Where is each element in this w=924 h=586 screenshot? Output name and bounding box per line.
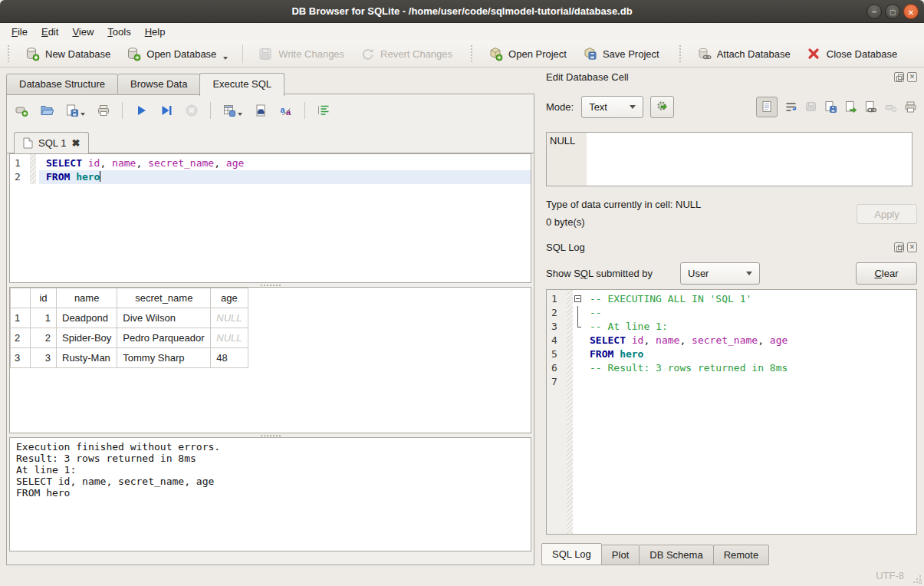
close-database-button[interactable]: Close Database [798,43,906,64]
fold-marker-icon[interactable] [573,292,583,306]
dock-float-icon[interactable] [894,242,904,252]
code-line[interactable]: 3-- At line 1: [547,320,916,334]
text-view-toggle[interactable] [756,97,778,117]
print-cell-button[interactable] [904,100,917,114]
cell-editor-icons [756,97,917,117]
menu-tools[interactable]: Tools [100,25,137,39]
code-line[interactable]: 7 [547,375,916,389]
dock-close-icon[interactable] [907,242,917,252]
code-line[interactable]: 1-- EXECUTING ALL IN 'SQL 1' [547,292,916,306]
resize-grip[interactable] [913,575,921,583]
print-sql-button[interactable] [97,104,110,117]
mode-combobox[interactable]: Text [581,96,643,118]
sql-log-view[interactable]: 1-- EXECUTING ALL IN 'SQL 1'2--3-- At li… [546,289,917,535]
new-sql-tab-button[interactable] [15,104,28,117]
dock-tab-db-schema[interactable]: DB Schema [639,545,713,565]
new-database-button[interactable]: New Database [17,43,118,64]
word-wrap-button[interactable] [784,100,797,114]
table-cell[interactable]: Deadpond [57,308,117,328]
titlebar[interactable]: DB Browser for SQLite - /home/user/code/… [0,0,924,23]
table-cell[interactable]: Spider-Boy [57,328,117,348]
table-cell[interactable]: 48 [211,348,248,368]
execute-all-button[interactable] [134,104,148,117]
stop-execution-button [185,104,199,117]
column-header[interactable]: id [31,288,57,308]
dock-float-icon[interactable] [894,72,904,82]
tab-database-structure[interactable]: Database Structure [6,74,118,95]
maximize-button[interactable] [885,4,900,19]
results-grid[interactable]: idnamesecret_nameage11DeadpondDive Wilso… [9,287,531,433]
find-button[interactable] [254,104,268,117]
column-header[interactable]: secret_name [117,288,211,308]
column-header[interactable]: name [57,288,117,308]
auto-apply-button[interactable] [650,96,674,118]
sql-editor[interactable]: 1SELECT id, name, secret_name, age2FROM … [9,153,531,283]
close-button[interactable] [903,4,919,19]
code-line[interactable]: 6-- Result: 3 rows returned in 8ms [547,361,916,375]
toolbar-handle[interactable] [471,45,475,62]
menu-view[interactable]: View [65,25,100,39]
fold-margin [30,170,36,184]
code-line[interactable]: 1SELECT id, name, secret_name, age [10,156,531,170]
open-project-button[interactable]: Open Project [480,43,574,64]
column-header[interactable]: age [211,288,248,308]
menu-file[interactable]: File [5,25,35,39]
format-sql-button[interactable] [317,104,330,117]
open-database-dropdown-icon[interactable] [223,57,228,60]
execution-message-text: Execution finished without errors. Resul… [16,441,524,499]
toolbar-handle[interactable] [8,45,12,62]
sql-editor-tab[interactable]: SQL 1 ✖ [14,132,89,153]
minimize-button[interactable] [866,4,882,19]
export-data-button[interactable] [844,100,857,114]
table-cell[interactable]: 3 [31,348,57,368]
attach-database-button[interactable]: Attach Database [689,43,798,64]
cell-editor-area[interactable]: NULL [546,132,912,186]
menu-edit[interactable]: Edit [35,25,65,39]
dock-tab-plot[interactable]: Plot [601,545,640,565]
dock-tab-remote[interactable]: Remote [713,545,770,565]
save-project-button[interactable]: Save Project [574,43,667,64]
code-line[interactable]: 2-- [547,306,916,320]
cell-type-text: Type of data currently in cell: NULL [546,199,701,210]
save-results-dropdown-icon[interactable] [238,113,242,116]
submitted-by-combobox[interactable]: User [680,262,760,285]
code-line[interactable]: 2FROM hero [10,170,531,184]
find-replace-button[interactable]: a a [279,104,293,117]
window-buttons [866,4,919,19]
table-cell[interactable]: 2 [31,328,57,348]
save-sql-file-button[interactable] [65,104,85,117]
link-data-button[interactable] [864,100,877,114]
fold-guide [573,306,583,320]
window-title: DB Browser for SQLite - /home/user/code/… [291,5,632,17]
table-cell[interactable]: Dive Wilson [117,308,211,328]
table-cell[interactable]: Tommy Sharp [117,348,211,368]
tab-execute-sql[interactable]: Execute SQL [199,73,284,96]
close-sql-tab-icon[interactable]: ✖ [71,139,80,147]
open-sql-file-button[interactable] [40,104,54,117]
open-database-button[interactable]: Open Database [118,43,235,64]
code-line[interactable]: 4SELECT id, name, secret_name, age [547,334,916,347]
table-row: 11DeadpondDive WilsonNULL [11,308,248,328]
toolbar-handle[interactable] [679,45,684,62]
gear-apply-icon [656,100,669,114]
execute-current-line-button[interactable] [159,104,173,117]
table-cell[interactable]: NULL [211,328,248,348]
menu-help[interactable]: Help [138,25,173,39]
save-sql-dropdown-icon[interactable] [81,113,85,116]
row-number[interactable]: 3 [11,348,31,368]
corner-header[interactable] [11,288,31,308]
save-data-button[interactable] [824,100,837,114]
table-cell[interactable]: 1 [31,308,57,328]
dock-tab-sql-log[interactable]: SQL Log [541,543,602,565]
line-number: 4 [547,334,567,347]
save-results-button[interactable] [222,104,242,117]
table-cell[interactable]: NULL [211,308,248,328]
tab-browse-data[interactable]: Browse Data [117,74,200,95]
row-number[interactable]: 2 [11,328,31,348]
table-cell[interactable]: Rusty-Man [57,348,117,368]
table-cell[interactable]: Pedro Parqueador [117,328,211,348]
row-number[interactable]: 1 [11,308,31,328]
dock-close-icon[interactable] [907,72,917,82]
clear-log-button[interactable]: Clear [856,262,917,285]
code-line[interactable]: 5FROM hero [547,347,916,361]
